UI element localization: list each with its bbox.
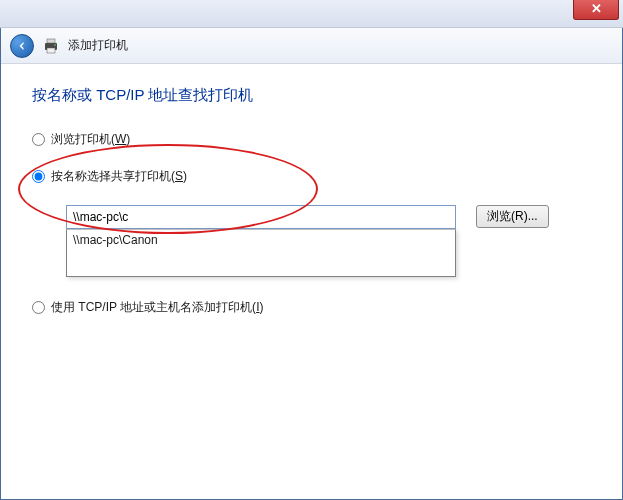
browse-button[interactable]: 浏览(R)... <box>476 205 549 228</box>
close-icon: ✕ <box>591 1 602 16</box>
close-button[interactable]: ✕ <box>573 0 619 20</box>
printer-icon <box>42 37 60 55</box>
arrow-left-icon <box>16 40 28 52</box>
printer-path-input[interactable] <box>66 205 456 229</box>
option-browse-printers[interactable]: 浏览打印机(W) <box>32 131 591 148</box>
by-name-input-area: 浏览(R)... \\mac-pc\Canon <box>66 205 591 229</box>
radio-by-tcpip[interactable] <box>32 301 45 314</box>
titlebar: ✕ <box>0 0 623 28</box>
svg-rect-2 <box>47 48 55 53</box>
autocomplete-dropdown: \\mac-pc\Canon <box>66 229 456 277</box>
option-browse-label: 浏览打印机(W) <box>51 131 130 148</box>
option-by-name[interactable]: 按名称选择共享打印机(S) <box>32 168 591 185</box>
radio-browse[interactable] <box>32 133 45 146</box>
svg-rect-1 <box>47 39 55 43</box>
autocomplete-item[interactable]: \\mac-pc\Canon <box>67 230 455 250</box>
back-button[interactable] <box>10 34 34 58</box>
option-by-name-label: 按名称选择共享打印机(S) <box>51 168 187 185</box>
page-heading: 按名称或 TCP/IP 地址查找打印机 <box>32 86 591 105</box>
svg-point-3 <box>54 44 56 46</box>
content-area: 按名称或 TCP/IP 地址查找打印机 浏览打印机(W) 按名称选择共享打印机(… <box>0 64 623 358</box>
radio-by-name[interactable] <box>32 170 45 183</box>
option-by-tcpip-label: 使用 TCP/IP 地址或主机名添加打印机(I) <box>51 299 263 316</box>
header-title: 添加打印机 <box>68 37 128 54</box>
wizard-header: 添加打印机 <box>0 28 623 64</box>
option-by-tcpip[interactable]: 使用 TCP/IP 地址或主机名添加打印机(I) <box>32 299 591 316</box>
